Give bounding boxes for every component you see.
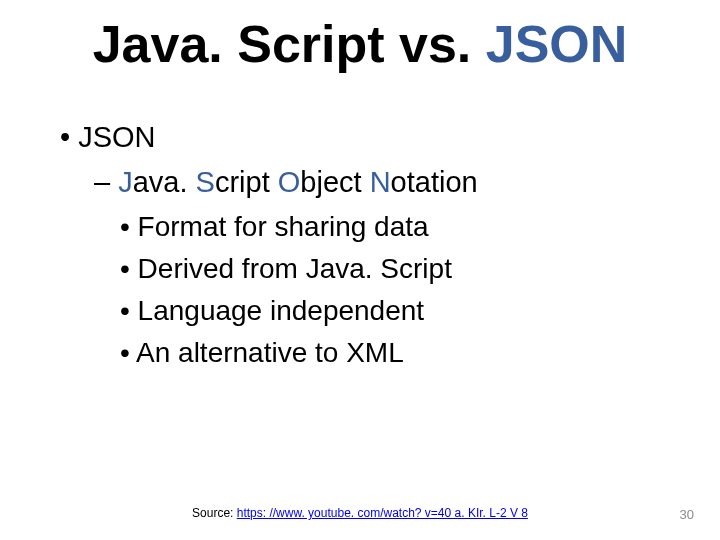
slide: Java. Script vs. JSON JSON Java. Script … (0, 0, 720, 540)
source-label: Source: (192, 506, 237, 520)
page-number: 30 (680, 507, 694, 522)
point-format: Format for sharing data (120, 208, 680, 246)
point-language: Language independent (120, 292, 680, 330)
point-xml: An alternative to XML (120, 334, 680, 372)
bullet-level-1: JSON (60, 118, 680, 157)
acronym-one: ava. (133, 166, 196, 198)
content-area: JSON Java. Script Object Notation Format… (60, 118, 680, 375)
acronym-o: O (278, 166, 301, 198)
source-link[interactable]: https: //www. youtube. com/watch? v=40 a… (237, 506, 528, 520)
acronym-three: bject (300, 166, 369, 198)
acronym-row: Java. Script Object Notation (94, 166, 478, 198)
acronym-two: cript (215, 166, 278, 198)
title-highlight: JSON (486, 15, 628, 73)
acronym-s: S (196, 166, 215, 198)
acronym-four: otation (391, 166, 478, 198)
source-line: Source: https: //www. youtube. com/watch… (0, 506, 720, 520)
bullet-level-2: Java. Script Object Notation (60, 163, 680, 202)
slide-title: Java. Script vs. JSON (0, 14, 720, 74)
acronym-n: N (370, 166, 391, 198)
bullet-level-3: Format for sharing data Derived from Jav… (60, 208, 680, 371)
point-derived: Derived from Java. Script (120, 250, 680, 288)
acronym-j: J (118, 166, 133, 198)
title-pre: Java. Script vs. (93, 15, 486, 73)
bullet-json: JSON (60, 121, 156, 153)
